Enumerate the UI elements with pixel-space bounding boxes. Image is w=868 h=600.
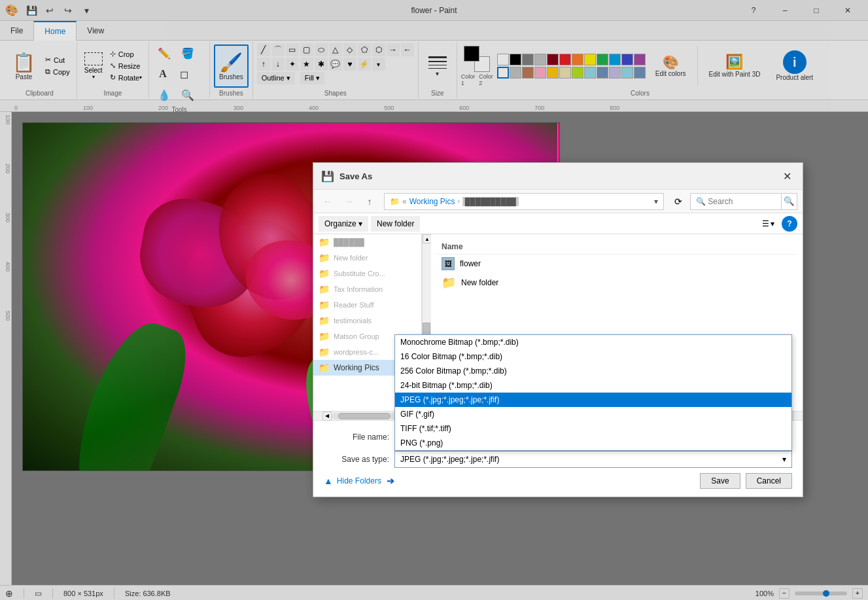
savetype-row: Save as type: JPEG (*.jpg;*.jpeg;*.jpe;*… — [324, 451, 792, 468]
savetype-option-256color[interactable]: 256 Color Bitmap (*.bmp;*.dib) — [395, 364, 791, 378]
path-icon: 📁 — [390, 197, 400, 206]
refresh-button[interactable]: ⟳ — [669, 192, 687, 211]
tree-item-1[interactable]: 📁 New folder — [313, 250, 421, 266]
savetype-option-24bit[interactable]: 24-bit Bitmap (*.bmp;*.dib) — [395, 378, 791, 393]
cancel-button[interactable]: Cancel — [746, 473, 792, 489]
savetype-option-gif[interactable]: GIF (*.gif) — [395, 407, 791, 421]
view-icon: ☰ — [762, 219, 769, 228]
file-flower-icon: 🖼 — [442, 257, 455, 270]
dialog-form: File name: ▾ Save as type: JPEG (*.jpg;*… — [313, 420, 803, 497]
working-pics-tree-label: Working Pics — [334, 363, 379, 372]
hide-folders-label: Hide Folders — [337, 476, 381, 485]
nav-back-button[interactable]: ← — [319, 192, 337, 211]
hscroll-thumb — [338, 413, 391, 419]
nav-forward-button[interactable]: → — [339, 192, 358, 211]
path-separator: « — [402, 197, 407, 206]
scroll-up-button[interactable]: ▲ — [423, 234, 432, 243]
help-button[interactable]: ? — [782, 216, 797, 232]
file-folder-name: New folder — [461, 278, 498, 287]
savetype-select[interactable]: JPEG (*.jpg;*.jpeg;*.jpe;*.jfif) ▾ — [394, 451, 792, 468]
dialog-toolbar: Organize ▾ New folder ☰ ▾ ? — [313, 213, 803, 234]
path-bar[interactable]: 📁 « Working Pics › ██████████ ▾ — [384, 193, 664, 210]
savetype-option-png[interactable]: PNG (*.png) — [395, 436, 791, 450]
path-dropdown-arrow[interactable]: ▾ — [654, 197, 658, 206]
tree-item-0[interactable]: 📁 ██████ — [313, 234, 421, 250]
tree-item-4[interactable]: 📁 Reader Stuff — [313, 297, 421, 313]
file-folder-icon: 📁 — [442, 275, 456, 290]
path-working-pics[interactable]: Working Pics — [409, 197, 455, 206]
savetype-option-tiff[interactable]: TIFF (*.tif;*.tiff) — [395, 421, 791, 436]
dialog-title-icon: 💾 — [321, 170, 334, 183]
dialog-title-text: Save As — [339, 171, 779, 181]
file-item-newfolder[interactable]: 📁 New folder — [436, 273, 797, 292]
tree-item-5[interactable]: 📁 testimonials — [313, 313, 421, 328]
path-sub: ██████████ — [462, 197, 519, 206]
hide-folders-button[interactable]: ▲ Hide Folders — [324, 476, 381, 486]
hscroll-left-button[interactable]: ◀ — [322, 412, 332, 421]
savetype-option-monochrome[interactable]: Monochrome Bitmap (*.bmp;*.dib) — [395, 335, 791, 349]
search-input[interactable] — [690, 193, 782, 210]
savetype-option-jpeg[interactable]: JPEG (*.jpg;*.jpeg;*.jpe;*.jfif) — [395, 393, 791, 407]
nav-up-button[interactable]: ↑ — [360, 192, 379, 211]
savetype-arrow: ▾ — [782, 455, 786, 464]
save-button[interactable]: Save — [700, 473, 740, 489]
tree-item-3[interactable]: 📁 Tax Information — [313, 281, 421, 297]
organize-button[interactable]: Organize ▾ — [319, 216, 368, 232]
search-button[interactable]: 🔍 — [782, 193, 797, 210]
view-arrow: ▾ — [771, 219, 774, 228]
save-as-dialog: 💾 Save As ✕ ← → ↑ 📁 « Working Pics › ███… — [313, 162, 803, 497]
dialog-overlay: 💾 Save As ✕ ← → ↑ 📁 « Working Pics › ███… — [0, 0, 868, 600]
tree-item-2[interactable]: 📁 Substitute Cro... — [313, 266, 421, 281]
new-folder-button[interactable]: New folder — [371, 216, 420, 232]
dialog-close-button[interactable]: ✕ — [779, 168, 795, 184]
file-list-header: Name — [436, 239, 797, 255]
dialog-titlebar: 💾 Save As ✕ — [313, 163, 803, 190]
savetype-label: Save as type: — [324, 455, 389, 464]
filename-label: File name: — [324, 432, 389, 442]
file-item-flower[interactable]: 🖼 flower — [436, 255, 797, 273]
file-flower-name: flower — [460, 259, 481, 268]
savetype-selected-value: JPEG (*.jpg;*.jpeg;*.jpe;*.jfif) — [400, 455, 499, 464]
hide-folders-arrow-icon: ▲ — [324, 476, 333, 486]
file-name-column-header: Name — [442, 242, 463, 251]
dialog-nav: ← → ↑ 📁 « Working Pics › ██████████ ▾ ⟳ … — [313, 190, 803, 213]
view-button[interactable]: ☰ ▾ — [757, 216, 779, 232]
savetype-option-16color[interactable]: 16 Color Bitmap (*.bmp;*.dib) — [395, 349, 791, 364]
savetype-dropdown: Monochrome Bitmap (*.bmp;*.dib) 16 Color… — [394, 334, 792, 451]
blue-arrow-annotation: ➔ — [387, 476, 394, 486]
